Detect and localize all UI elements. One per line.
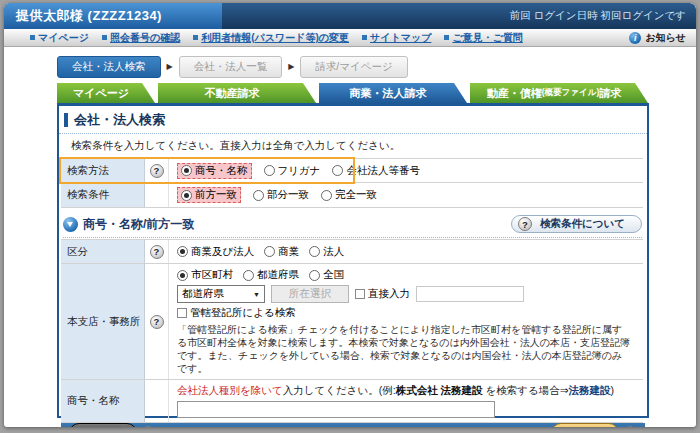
- radio-corporation[interactable]: 法人: [309, 245, 344, 259]
- nav-link-feedback[interactable]: ご意見・ご質問: [444, 31, 522, 45]
- tab-movables-request[interactable]: 動産・債権(概要ファイル)請求: [470, 83, 648, 103]
- search-settings-form: 検索方法 ? 商号・名称 フリガナ 会社法人等番号 検索条件 前方一致 部分一致…: [61, 158, 643, 208]
- search-button[interactable]: 検索: [551, 423, 619, 427]
- search-condition-label: 検索条件: [61, 183, 145, 207]
- nav-link-mypage[interactable]: マイページ: [30, 31, 89, 45]
- tab-mypage[interactable]: マイページ: [57, 83, 155, 103]
- prefecture-select[interactable]: 都道府県 ▼: [177, 285, 265, 303]
- radio-prefix-match[interactable]: 前方一致: [177, 187, 241, 203]
- radio-label: 都道府県: [257, 268, 299, 282]
- nav-link-confirmation-number[interactable]: 照会番号の確認: [102, 31, 180, 45]
- checkbox-icon: [355, 289, 365, 299]
- direct-input-checkbox[interactable]: 直接入力: [355, 287, 410, 301]
- clear-button[interactable]: クリア: [69, 423, 137, 427]
- detail-form: 区分 ? 商業及び法人 商業 法人 本支店・事務所 ? 市区町村 都道府県 全国: [61, 239, 643, 423]
- help-icon[interactable]: ?: [150, 164, 164, 178]
- bullet-icon: [362, 35, 367, 40]
- radio-prefecture[interactable]: 都道府県: [243, 268, 299, 282]
- radio-icon: [321, 190, 332, 201]
- hint-part: 入力してください。(例:: [283, 384, 396, 396]
- jurisdiction-search-checkbox[interactable]: 管轄登記所による検索: [177, 306, 296, 320]
- radio-icon: [332, 165, 343, 176]
- help-icon[interactable]: ?: [141, 426, 155, 427]
- main-content: 会社・法人検索 検索条件を入力してください。直接入力は全角で入力してください。 …: [57, 106, 649, 418]
- company-name-hint: 会社法人種別を除いて入力してください。(例:株式会社 法務建設 を検索する場合⇒…: [177, 384, 635, 398]
- radio-icon: [181, 190, 192, 201]
- notice-link[interactable]: i お知らせ: [629, 31, 686, 45]
- radio-partial-match[interactable]: 部分一致: [253, 188, 309, 202]
- radio-commerce-and-corp[interactable]: 商業及び法人: [177, 245, 254, 259]
- help-icon[interactable]: ?: [623, 426, 637, 427]
- chevron-down-icon: ▼: [253, 291, 260, 298]
- search-method-label: 検索方法: [61, 159, 145, 182]
- help-button-label: 検索条件について: [540, 217, 625, 231]
- breadcrumb-step-search[interactable]: 会社・法人検索: [57, 56, 161, 78]
- last-login-info: 前回 ログイン日時 初回ログインです: [510, 9, 696, 23]
- radio-label: 部分一致: [267, 188, 309, 202]
- help-icon[interactable]: ?: [150, 315, 164, 329]
- radio-label: 商業: [278, 245, 299, 259]
- company-name-label: 商号・名称: [61, 380, 145, 422]
- office-label: 本支店・事務所: [61, 264, 145, 379]
- radio-label: 商号・名称: [195, 164, 248, 178]
- radio-label: 法人: [323, 245, 344, 259]
- nav-links: マイページ 照会番号の確認 利用者情報(パスワード等)の変更 サイトマップ ご意…: [30, 31, 523, 45]
- radio-label: 市区町村: [191, 268, 233, 282]
- nav-link-label: ご意見・ご質問: [452, 31, 522, 45]
- category-row: 区分 ? 商業及び法人 商業 法人: [61, 239, 643, 264]
- radio-icon: [264, 165, 275, 176]
- bullet-icon: [102, 35, 107, 40]
- tab-label-part: 請求: [599, 86, 621, 101]
- action-bar: クリア ? 検索 ?: [61, 423, 645, 427]
- select-value: 都道府県: [182, 287, 224, 301]
- search-method-row: 検索方法 ? 商号・名称 フリガナ 会社法人等番号: [61, 158, 643, 183]
- radio-trade-name[interactable]: 商号・名称: [177, 163, 252, 179]
- instruction-text: 検索条件を入力してください。直接入力は全角で入力してください。: [59, 134, 647, 157]
- hint-red-part: 会社法人種別を除いて: [177, 384, 283, 396]
- radio-icon: [253, 190, 264, 201]
- nav-link-sitemap[interactable]: サイトマップ: [362, 31, 431, 45]
- radio-icon: [181, 165, 192, 176]
- jurisdiction-note: 「管轄登記所による検索」チェックを付けることにより指定した市区町村を管轄する登記…: [177, 323, 635, 375]
- radio-icon: [309, 270, 320, 281]
- tab-corporate-request[interactable]: 商業・法人請求: [319, 83, 467, 103]
- tab-bar: マイページ 不動産請求 商業・法人請求 動産・債権(概要ファイル)請求: [57, 83, 649, 103]
- search-condition-help-button[interactable]: ? 検索条件について: [511, 215, 642, 233]
- radio-label: フリガナ: [278, 164, 321, 178]
- nav-bar: マイページ 照会番号の確認 利用者情報(パスワード等)の変更 サイトマップ ご意…: [4, 29, 696, 47]
- hint-part: を検索する場合⇒: [483, 384, 569, 396]
- location-select-button[interactable]: 所在選択: [271, 285, 349, 303]
- radio-furigana[interactable]: フリガナ: [264, 164, 321, 178]
- nav-link-user-info-change[interactable]: 利用者情報(パスワード等)の変更: [193, 31, 349, 45]
- breadcrumb-step-request: 請求/マイページ: [300, 56, 407, 78]
- radio-nationwide[interactable]: 全国: [309, 268, 344, 282]
- category-label: 区分: [61, 240, 145, 263]
- radio-icon: [177, 270, 188, 281]
- radio-label: 完全一致: [335, 188, 377, 202]
- breadcrumb: 会社・法人検索 ▶ 会社・法人一覧 ▶ 請求/マイページ: [57, 56, 696, 77]
- radio-corporate-number[interactable]: 会社法人等番号: [332, 164, 420, 178]
- checkbox-label: 管轄登記所による検索: [190, 306, 296, 320]
- radio-municipality[interactable]: 市区町村: [177, 268, 233, 282]
- user-badge: 提供太郎様 (ZZZZ1234): [4, 3, 222, 29]
- nav-link-label: 照会番号の確認: [110, 31, 180, 45]
- breadcrumb-step-list: 会社・法人一覧: [179, 56, 283, 78]
- tab-real-estate-request[interactable]: 不動産請求: [158, 83, 316, 103]
- search-condition-row: 検索条件 前方一致 部分一致 完全一致: [61, 183, 643, 208]
- radio-commerce[interactable]: 商業: [264, 245, 299, 259]
- radio-label: 全国: [323, 268, 344, 282]
- hint-bold-part: 法務建設: [569, 384, 611, 396]
- hint-part: ): [611, 384, 615, 396]
- help-icon: ?: [518, 217, 532, 231]
- nav-link-label: サイトマップ: [370, 31, 431, 45]
- page-title-row: 会社・法人検索: [59, 106, 647, 134]
- company-name-input[interactable]: [177, 401, 495, 418]
- help-icon[interactable]: ?: [150, 245, 164, 259]
- hint-bold-part: 株式会社 法務建設: [396, 384, 483, 396]
- arrow-icon: ▶: [288, 62, 294, 71]
- direct-input-field[interactable]: [416, 286, 524, 302]
- info-icon: i: [629, 32, 641, 44]
- radio-exact-match[interactable]: 完全一致: [321, 188, 377, 202]
- radio-icon: [177, 246, 188, 257]
- nav-link-label: マイページ: [38, 31, 89, 45]
